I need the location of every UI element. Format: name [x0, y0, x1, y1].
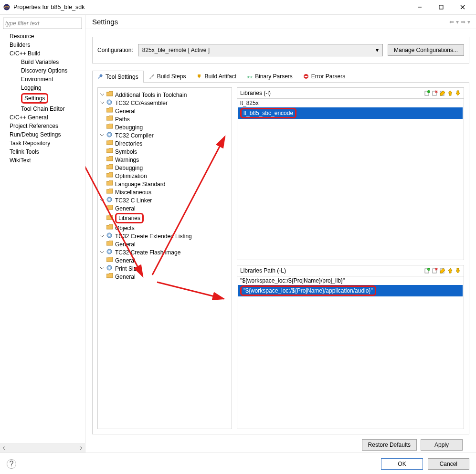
- close-button[interactable]: [452, 0, 473, 14]
- edit-icon[interactable]: [440, 268, 445, 274]
- scroll-right-icon[interactable]: [76, 444, 85, 452]
- list-item[interactable]: "${workspace_loc:/${ProjName}/proj_lib}": [237, 276, 464, 285]
- tool-tree-node[interactable]: Debugging: [100, 164, 230, 172]
- tool-tree-node[interactable]: General: [100, 107, 230, 115]
- restore-defaults-button[interactable]: Restore Defaults: [362, 439, 417, 451]
- tool-tree-node[interactable]: General: [100, 204, 230, 212]
- tool-tree-label: General: [115, 257, 136, 264]
- tool-tree-label: Directories: [115, 140, 142, 147]
- tool-tree-node[interactable]: Additional Tools in Toolchain: [100, 91, 230, 99]
- tab-tool-settings[interactable]: Tool Settings: [92, 71, 144, 83]
- tab-binary-parsers[interactable]: 010 Binary Parsers: [242, 70, 298, 82]
- nav-environment[interactable]: Environment: [2, 75, 85, 84]
- folder-icon: [106, 241, 113, 248]
- tool-tree-node[interactable]: Libraries: [100, 212, 230, 224]
- nav-builders[interactable]: Builders: [2, 41, 85, 49]
- back-menu-icon[interactable]: ▾: [456, 19, 459, 25]
- fwd-menu-icon[interactable]: ▾: [467, 19, 470, 25]
- ok-button[interactable]: OK: [381, 458, 423, 470]
- library-paths-list[interactable]: "${workspace_loc:/${ProjName}/proj_lib}"…: [237, 276, 464, 429]
- tool-tree-node[interactable]: Debugging: [100, 123, 230, 131]
- tool-tree-node[interactable]: Warnings: [100, 156, 230, 164]
- expand-icon[interactable]: [100, 197, 105, 204]
- tool-tree-node[interactable]: TC32 Compiler: [100, 131, 230, 139]
- tool-tree-label: General: [115, 241, 136, 248]
- add-icon[interactable]: ＋: [424, 90, 430, 96]
- delete-icon[interactable]: [432, 268, 438, 274]
- libraries-list[interactable]: lt_825x lt_b85_sbc_encode: [237, 98, 464, 260]
- tool-tree-node[interactable]: General: [100, 240, 230, 248]
- tab-error-parsers[interactable]: Error Parsers: [298, 70, 350, 82]
- tool-tree-node[interactable]: Language Standard: [100, 180, 230, 188]
- tool-settings-tree[interactable]: Additional Tools in ToolchainTC32 CC/Ass…: [97, 87, 232, 429]
- tool-tree-node[interactable]: Directories: [100, 139, 230, 147]
- configuration-select[interactable]: 825x_ble_remote [ Active ] ▾: [138, 44, 383, 56]
- nav-run-debug[interactable]: Run/Debug Settings: [2, 130, 85, 139]
- manage-configurations-button[interactable]: Manage Configurations...: [388, 44, 464, 56]
- tool-tree-node[interactable]: Print Size: [100, 264, 230, 273]
- nav-resource[interactable]: Resource: [2, 32, 85, 41]
- tool-tree-node[interactable]: TC32 Create Extended Listing: [100, 232, 230, 240]
- nav-settings[interactable]: Settings: [2, 92, 85, 105]
- help-icon[interactable]: ?: [7, 459, 16, 469]
- nav-ccpp-general[interactable]: C/C++ General: [2, 113, 85, 122]
- nav-telink-tools[interactable]: Telink Tools: [2, 147, 85, 156]
- tool-tree-node[interactable]: Optimization: [100, 172, 230, 180]
- expand-icon[interactable]: [100, 265, 105, 272]
- list-item[interactable]: lt_b85_sbc_encode: [237, 107, 464, 119]
- tool-tree-node[interactable]: Paths: [100, 115, 230, 123]
- tool-tree-node[interactable]: TC32 C Linker: [100, 196, 230, 204]
- filter-input[interactable]: type filter text: [3, 18, 82, 29]
- delete-icon[interactable]: [432, 90, 438, 96]
- edit-icon[interactable]: [440, 90, 445, 96]
- tool-tree-label: Print Size: [115, 265, 139, 272]
- svg-rect-3: [439, 5, 443, 9]
- tool-tree-node[interactable]: General: [100, 273, 230, 281]
- nav-logging[interactable]: Logging: [2, 84, 85, 92]
- list-item[interactable]: "${workspace_loc:/${ProjName}/applicatio…: [237, 285, 464, 296]
- list-item[interactable]: lt_825x: [237, 99, 464, 107]
- folder-icon: [106, 189, 113, 196]
- expand-icon[interactable]: [100, 100, 105, 106]
- tab-build-steps[interactable]: Build Steps: [144, 70, 191, 82]
- scroll-left-icon[interactable]: [0, 444, 9, 452]
- expand-icon[interactable]: [100, 233, 105, 240]
- move-down-icon[interactable]: [455, 268, 461, 274]
- tool-tree-node[interactable]: General: [100, 256, 230, 264]
- libraries-title: Libraries (-l): [240, 90, 271, 96]
- expand-icon[interactable]: [100, 132, 105, 139]
- tool-tree-node[interactable]: Miscellaneous: [100, 188, 230, 196]
- fwd-icon[interactable]: ➡: [461, 19, 465, 25]
- tool-tree-node[interactable]: TC32 CC/Assembler: [100, 99, 230, 107]
- tool-tree-label: TC32 Compiler: [115, 132, 154, 139]
- nav-ccpp-build[interactable]: C/C++ Build: [2, 49, 85, 58]
- nav-task-repo[interactable]: Task Repository: [2, 139, 85, 147]
- property-tree[interactable]: Resource Builders C/C++ Build Build Vari…: [0, 32, 85, 443]
- tool-tree-node[interactable]: Symbols: [100, 147, 230, 156]
- cancel-button[interactable]: Cancel: [428, 458, 469, 470]
- expand-icon[interactable]: [100, 249, 105, 256]
- folder-icon: [106, 148, 113, 155]
- move-down-icon[interactable]: [455, 90, 461, 96]
- nav-toolchain-editor[interactable]: Tool Chain Editor: [2, 105, 85, 113]
- nav-proj-refs[interactable]: Project References: [2, 122, 85, 130]
- maximize-button[interactable]: [430, 0, 452, 14]
- nav-wikitext[interactable]: WikiText: [2, 156, 85, 165]
- move-up-icon[interactable]: [447, 268, 453, 274]
- expand-icon[interactable]: [100, 92, 105, 98]
- add-icon[interactable]: ＋: [424, 268, 430, 274]
- sidebar-hscroll[interactable]: [0, 443, 85, 453]
- binary-icon: 010: [247, 74, 253, 79]
- folder-icon: [106, 156, 113, 163]
- back-icon[interactable]: ⬅: [449, 19, 454, 25]
- minimize-button[interactable]: [409, 0, 430, 14]
- nav-discovery[interactable]: Discovery Options: [2, 66, 85, 75]
- nav-build-variables[interactable]: Build Variables: [2, 58, 85, 66]
- tab-build-artifact[interactable]: Build Artifact: [191, 70, 242, 82]
- tool-tree-node[interactable]: TC32 Create Flash image: [100, 248, 230, 256]
- configuration-value: 825x_ble_remote [ Active ]: [142, 47, 210, 53]
- tool-tree-node[interactable]: Objects: [100, 224, 230, 232]
- folder-icon: [106, 215, 113, 222]
- move-up-icon[interactable]: [447, 90, 453, 96]
- apply-button[interactable]: Apply: [421, 439, 463, 451]
